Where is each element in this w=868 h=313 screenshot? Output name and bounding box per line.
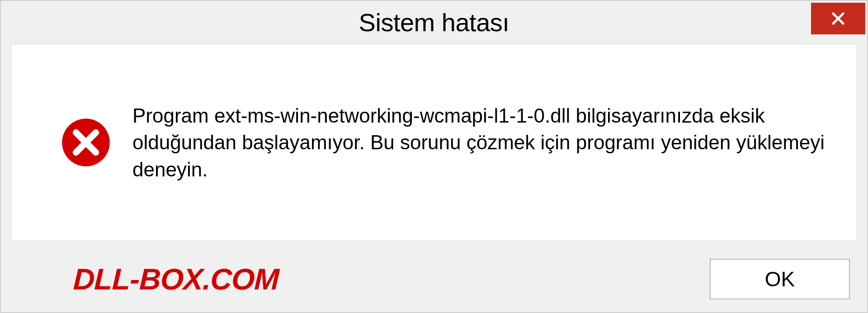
watermark-text: DLL-BOX.COM — [73, 262, 279, 296]
close-icon — [830, 10, 847, 27]
titlebar: Sistem hatası — [1, 1, 867, 44]
dialog-content: Program ext-ms-win-networking-wcmapi-l1-… — [11, 44, 857, 241]
dialog-footer: DLL-BOX.COM OK — [1, 251, 867, 312]
close-button[interactable] — [811, 3, 865, 34]
ok-button[interactable]: OK — [710, 259, 850, 299]
error-icon — [61, 118, 111, 167]
error-message: Program ext-ms-win-networking-wcmapi-l1-… — [132, 102, 829, 183]
error-dialog: Sistem hatası Program ext-ms-win-network… — [0, 0, 868, 313]
dialog-title: Sistem hatası — [359, 8, 509, 37]
